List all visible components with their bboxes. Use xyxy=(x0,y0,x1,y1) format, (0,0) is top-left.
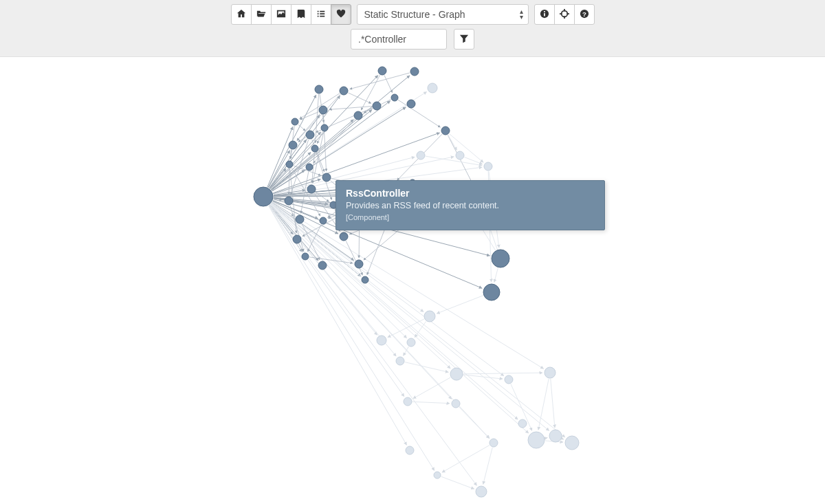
graph-node[interactable] xyxy=(410,67,419,76)
node-tooltip: RssController Provides an RSS feed of re… xyxy=(336,180,605,230)
graph-node[interactable] xyxy=(302,253,309,260)
graph-node[interactable] xyxy=(450,368,463,380)
graph-node[interactable] xyxy=(549,430,562,442)
graph-node[interactable] xyxy=(354,111,362,120)
graph-node[interactable] xyxy=(441,127,450,135)
graph-node[interactable] xyxy=(518,419,527,428)
svg-line-89 xyxy=(312,140,324,172)
graph-node[interactable] xyxy=(391,94,398,101)
svg-line-153 xyxy=(448,135,457,150)
graph-svg[interactable] xyxy=(0,54,825,504)
graph-node[interactable] xyxy=(319,106,327,114)
svg-point-2 xyxy=(543,10,544,12)
graph-node[interactable] xyxy=(476,486,487,497)
graph-node[interactable] xyxy=(528,432,544,448)
list-button[interactable] xyxy=(311,4,331,25)
graph-node[interactable] xyxy=(296,215,304,223)
graph-node[interactable] xyxy=(292,118,298,125)
graph-node[interactable] xyxy=(456,151,464,160)
svg-line-135 xyxy=(463,373,542,374)
folder-open-icon xyxy=(256,9,266,21)
svg-line-128 xyxy=(494,268,498,283)
graph-node[interactable] xyxy=(322,173,331,182)
graph-node[interactable] xyxy=(285,197,293,205)
graph-node[interactable] xyxy=(311,145,318,152)
svg-line-136 xyxy=(413,377,450,399)
graph-node[interactable] xyxy=(505,375,513,384)
svg-line-78 xyxy=(329,107,372,110)
svg-line-147 xyxy=(551,379,555,428)
graph-node[interactable] xyxy=(492,250,509,267)
graph-node[interactable] xyxy=(428,83,437,93)
svg-line-65 xyxy=(269,206,434,470)
graph-node[interactable] xyxy=(490,439,498,447)
graph-node[interactable] xyxy=(452,399,460,408)
help-button[interactable]: ? xyxy=(574,4,595,25)
graph-node[interactable] xyxy=(377,336,386,345)
filter-button[interactable] xyxy=(454,29,474,50)
image-button[interactable] xyxy=(271,4,292,25)
graph-node[interactable] xyxy=(544,367,556,378)
graph-node[interactable] xyxy=(340,87,348,95)
list-icon xyxy=(316,9,326,21)
filter-icon xyxy=(459,34,469,45)
svg-line-133 xyxy=(405,362,448,373)
toolbar-group-right: ? xyxy=(534,4,595,25)
graph-node[interactable] xyxy=(321,124,328,131)
graph-canvas[interactable]: RssController Provides an RSS feed of re… xyxy=(0,54,825,504)
toolbar-row-1: Static Structure - Graph ▴▾ ? xyxy=(231,4,595,25)
crosshair-button[interactable] xyxy=(554,4,575,25)
graph-node[interactable] xyxy=(434,472,441,479)
book-icon xyxy=(296,9,306,21)
graph-node[interactable] xyxy=(307,185,316,193)
graph-node[interactable] xyxy=(378,67,386,75)
info-icon xyxy=(540,9,549,21)
svg-line-146 xyxy=(538,379,549,430)
graph-node[interactable] xyxy=(484,162,492,171)
open-button[interactable] xyxy=(251,4,272,25)
graph-node[interactable] xyxy=(320,217,327,224)
graph-node[interactable] xyxy=(286,161,293,168)
tooltip-description: Provides an RSS feed of recent content. xyxy=(346,201,595,210)
health-button[interactable] xyxy=(331,4,351,25)
info-button[interactable] xyxy=(534,4,555,25)
home-button[interactable] xyxy=(231,4,252,25)
view-select[interactable]: Static Structure - Graph xyxy=(357,4,529,25)
graph-node[interactable] xyxy=(417,151,425,160)
graph-node[interactable] xyxy=(404,397,412,406)
svg-line-58 xyxy=(270,205,404,396)
graph-node[interactable] xyxy=(306,131,314,139)
graph-node[interactable] xyxy=(407,338,415,347)
home-icon xyxy=(236,9,246,21)
svg-line-12 xyxy=(272,110,372,190)
graph-node[interactable] xyxy=(318,261,327,270)
svg-line-129 xyxy=(437,296,483,314)
graph-node[interactable] xyxy=(565,436,579,450)
graph-node[interactable] xyxy=(373,102,381,110)
graph-node[interactable] xyxy=(289,141,297,149)
svg-line-67 xyxy=(268,206,406,445)
graph-node[interactable] xyxy=(340,232,348,241)
book-button[interactable] xyxy=(291,4,311,25)
graph-node[interactable] xyxy=(306,164,313,171)
svg-line-137 xyxy=(412,402,450,403)
svg-rect-1 xyxy=(544,13,545,16)
heart-icon xyxy=(336,9,346,21)
graph-node[interactable] xyxy=(315,85,323,94)
svg-line-144 xyxy=(483,448,493,485)
graph-hub-node[interactable] xyxy=(254,187,273,206)
toolbar-row-2 xyxy=(351,29,474,50)
graph-node[interactable] xyxy=(424,311,435,322)
svg-line-142 xyxy=(459,407,490,438)
filter-input[interactable] xyxy=(351,29,447,50)
image-icon xyxy=(276,9,286,21)
toolbar: Static Structure - Graph ▴▾ ? xyxy=(0,0,825,57)
graph-node[interactable] xyxy=(293,235,301,243)
graph-node[interactable] xyxy=(355,260,363,268)
graph-node[interactable] xyxy=(407,100,415,108)
graph-node[interactable] xyxy=(396,357,404,365)
crosshair-icon xyxy=(560,9,569,21)
graph-node[interactable] xyxy=(362,276,368,283)
graph-node[interactable] xyxy=(406,446,414,454)
graph-node[interactable] xyxy=(483,284,500,300)
